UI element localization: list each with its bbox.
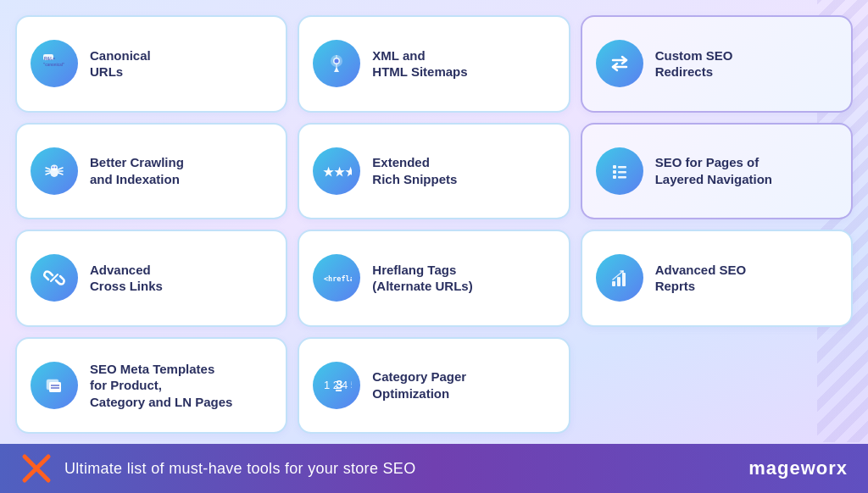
advanced-seo-reports-label: Advanced SEOReprts: [655, 262, 747, 295]
svg-text:R&L=: R&L=: [44, 56, 55, 61]
x-logo-icon: [20, 452, 53, 485]
canonical-urls-label: CanonicalURLs: [90, 47, 151, 80]
svg-point-7: [51, 164, 58, 170]
crawling-icon: [31, 147, 78, 195]
svg-rect-15: [613, 175, 616, 179]
svg-point-9: [55, 166, 57, 168]
card-extended-rich-snippets[interactable]: ★★★★★ ExtendedRich Snippets: [298, 123, 570, 220]
svg-rect-20: [622, 273, 626, 286]
seo-reports-icon: [596, 254, 643, 302]
hreflang-icon: <hreflang>: [313, 254, 360, 302]
svg-rect-14: [618, 171, 626, 174]
snippets-icon: ★★★★★: [313, 147, 360, 195]
sitemaps-icon: [313, 40, 360, 87]
better-crawling-label: Better Crawlingand Indexation: [90, 154, 184, 187]
card-seo-meta-templates[interactable]: SEO Meta Templatesfor Product,Category a…: [15, 337, 287, 435]
svg-point-8: [53, 166, 54, 168]
card-seo-layered-navigation[interactable]: SEO for Pages ofLayered Navigation: [581, 123, 853, 220]
xml-html-sitemaps-label: XML andHTML Sitemaps: [372, 47, 467, 80]
seo-layered-navigation-label: SEO for Pages ofLayered Navigation: [655, 154, 772, 187]
main-container: R&L= "canonical" CanonicalURLs XML andHT…: [0, 0, 868, 493]
svg-rect-11: [613, 165, 616, 169]
card-better-crawling[interactable]: Better Crawlingand Indexation: [15, 123, 287, 220]
cross-links-icon: [31, 254, 78, 302]
advanced-cross-links-label: AdvancedCross Links: [90, 262, 163, 295]
card-advanced-cross-links[interactable]: AdvancedCross Links: [15, 230, 287, 327]
card-canonical-urls[interactable]: R&L= "canonical" CanonicalURLs: [15, 15, 287, 113]
card-custom-seo-redirects[interactable]: Custom SEORedirects: [581, 15, 853, 113]
footer-tagline: Ultimate list of must-have tools for you…: [64, 460, 415, 478]
svg-rect-18: [612, 281, 615, 286]
card-xml-html-sitemaps[interactable]: XML andHTML Sitemaps: [298, 15, 570, 113]
pager-icon: 1 2 3 4 5: [313, 362, 360, 409]
category-pager-label: Category PagerOptimization: [372, 368, 466, 402]
canonical-icon: R&L= "canonical": [31, 40, 78, 87]
svg-rect-13: [613, 170, 616, 174]
layered-nav-icon: [596, 147, 643, 195]
svg-text:★★★★★: ★★★★★: [323, 165, 352, 179]
hreflang-tags-label: Hreflang Tags(Alternate URLs): [372, 262, 472, 295]
redirects-icon: [596, 40, 643, 87]
card-category-pager[interactable]: 1 2 3 4 5 Category PagerOptimization: [298, 337, 570, 435]
footer-brand: mageworx: [748, 457, 848, 479]
svg-rect-23: [49, 382, 61, 392]
svg-text:<hreflang>: <hreflang>: [324, 274, 352, 283]
card-hreflang-tags[interactable]: <hreflang> Hreflang Tags(Alternate URLs): [298, 230, 570, 327]
svg-text:4 5: 4 5: [342, 379, 352, 391]
svg-rect-16: [618, 176, 626, 179]
card-advanced-seo-reports[interactable]: Advanced SEOReprts: [581, 230, 853, 327]
svg-rect-12: [618, 166, 626, 169]
features-grid: R&L= "canonical" CanonicalURLs XML andHT…: [15, 15, 853, 444]
meta-templates-icon: [31, 362, 78, 409]
svg-rect-19: [617, 277, 620, 286]
svg-point-5: [335, 59, 339, 64]
svg-text:"canonical": "canonical": [43, 63, 64, 67]
footer: Ultimate list of must-have tools for you…: [0, 444, 868, 493]
custom-seo-redirects-label: Custom SEORedirects: [655, 47, 733, 80]
seo-meta-templates-label: SEO Meta Templatesfor Product,Category a…: [90, 361, 232, 411]
footer-left: Ultimate list of must-have tools for you…: [20, 452, 415, 485]
extended-rich-snippets-label: ExtendedRich Snippets: [372, 154, 457, 187]
